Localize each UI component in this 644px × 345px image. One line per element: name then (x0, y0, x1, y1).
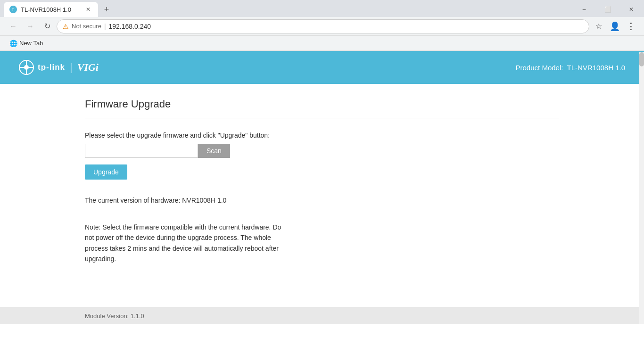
logo-area: tp-link | VIGi (19, 60, 99, 75)
menu-icon: ⋮ (627, 21, 636, 32)
hardware-version-text: The current version of hardware: NVR1008… (85, 197, 559, 204)
upgrade-button[interactable]: Upgrade (85, 164, 127, 180)
page-content: tp-link | VIGi Product Model: TL-NVR1008… (0, 51, 644, 324)
close-button[interactable]: ✕ (620, 2, 642, 17)
reload-button[interactable]: ↻ (40, 19, 55, 34)
profile-icon: 👤 (610, 21, 620, 32)
scan-button[interactable]: Scan (198, 144, 230, 158)
page-title: Firmware Upgrade (85, 98, 559, 110)
firmware-file-input[interactable] (85, 144, 198, 158)
tab-title-text: TL-NVR1008H 1.0 (21, 6, 80, 13)
scrollbar-track[interactable] (639, 52, 644, 324)
site-footer: Module Version: 1.1.0 (0, 307, 644, 324)
separator: | (104, 23, 106, 30)
bookmark-button[interactable]: ☆ (591, 19, 606, 34)
svg-text:T: T (12, 8, 14, 11)
menu-button[interactable]: ⋮ (623, 19, 638, 34)
address-bar[interactable]: ⚠ Not secure | 192.168.0.240 (57, 19, 589, 33)
bookmark-globe-icon: 🌐 (9, 40, 17, 47)
minimize-button[interactable]: – (573, 2, 595, 17)
logo-vigi-text: VIGi (77, 61, 99, 74)
security-icon: ⚠ (63, 23, 69, 30)
bookmark-new-tab[interactable]: 🌐 New Tab (6, 38, 47, 49)
active-tab[interactable]: T TL-NVR1008H 1.0 ✕ (4, 2, 98, 17)
bookmarks-bar: 🌐 New Tab (0, 36, 644, 51)
forward-button[interactable]: → (23, 19, 38, 34)
title-divider (85, 118, 559, 118)
note-text: Note: Select the firmware compatible wit… (85, 222, 283, 264)
main-content: Firmware Upgrade Please select the upgra… (0, 84, 644, 307)
site-header: tp-link | VIGi Product Model: TL-NVR1008… (0, 51, 644, 84)
back-button[interactable]: ← (6, 19, 21, 34)
logo-tplink-text: tp-link (38, 63, 65, 72)
profile-button[interactable]: 👤 (607, 19, 622, 34)
maximize-button[interactable]: ⬜ (597, 2, 619, 17)
not-secure-label: Not secure (72, 23, 101, 30)
file-input-row: Scan (85, 144, 559, 158)
url-display: 192.168.0.240 (109, 23, 151, 30)
module-version-label: Module Version: 1.1.0 (85, 312, 144, 320)
product-model-area: Product Model: TL-NVR1008H 1.0 (516, 64, 625, 72)
new-tab-button[interactable]: + (100, 3, 113, 16)
reload-icon: ↻ (44, 22, 50, 31)
tab-close-button[interactable]: ✕ (84, 5, 92, 14)
scrollbar-thumb[interactable] (639, 52, 644, 66)
bookmark-label: New Tab (19, 40, 43, 47)
product-model-label: Product Model: TL-NVR1008H 1.0 (516, 64, 625, 72)
instruction-text: Please select the upgrade firmware and c… (85, 131, 559, 139)
navigation-bar: ← → ↻ ⚠ Not secure | 192.168.0.240 ☆ 👤 (0, 17, 644, 36)
logo-divider: | (70, 61, 73, 74)
tab-favicon: T (9, 6, 17, 13)
forward-icon: → (26, 22, 34, 31)
back-icon: ← (9, 22, 17, 31)
bookmark-icon: ☆ (595, 22, 602, 31)
